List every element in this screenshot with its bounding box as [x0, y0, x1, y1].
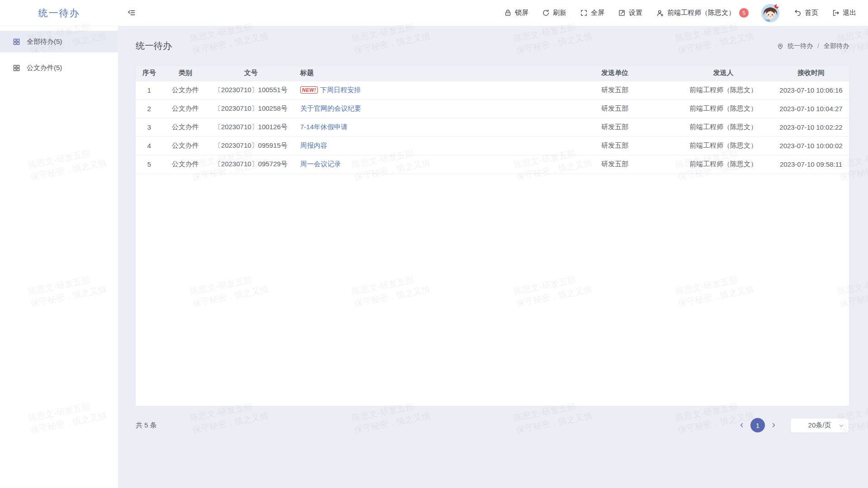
- col-title: 标题: [294, 66, 556, 81]
- cell-title: 周报内容: [294, 136, 556, 155]
- main-content: 统一待办 统一待办 / 全部待办 序号 类别 文号: [118, 26, 868, 488]
- cell-title: 周一会议记录: [294, 155, 556, 174]
- fullscreen-icon: [580, 9, 588, 17]
- cell-doc-no: 〔20230710〕100126号: [208, 118, 294, 136]
- fullscreen-button[interactable]: 全屏: [580, 9, 604, 17]
- refresh-icon: [542, 9, 550, 17]
- cell-title: 关于官网的会议纪要: [294, 99, 556, 118]
- cell-seq: 5: [136, 155, 163, 174]
- col-seq: 序号: [136, 66, 163, 81]
- cell-received: 2023-07-10 10:00:02: [773, 136, 849, 155]
- todo-table-card: 序号 类别 文号 标题 发送单位 发送人 接收时间 1 公文办件 〔202307…: [136, 66, 849, 406]
- home-label: 首页: [805, 9, 818, 17]
- cell-category: 公文办件: [163, 118, 208, 136]
- logo-area: 统一待办: [0, 7, 118, 19]
- lock-icon: [504, 9, 512, 17]
- cell-category: 公文办件: [163, 136, 208, 155]
- page-header-row: 统一待办 统一待办 / 全部待办: [136, 26, 849, 66]
- col-category: 类别: [163, 66, 208, 81]
- sidebar-item-all-todo[interactable]: 全部待办(5): [0, 31, 118, 52]
- table-row: 2 公文办件 〔20230710〕100258号 关于官网的会议纪要 研发五部 …: [136, 99, 849, 118]
- breadcrumb-current: 全部待办: [824, 42, 849, 50]
- refresh-label: 刷新: [553, 9, 566, 17]
- breadcrumb-separator: /: [817, 42, 819, 50]
- lock-screen-label: 锁屏: [515, 9, 528, 17]
- next-page-button[interactable]: [768, 422, 779, 428]
- doc-title-link[interactable]: 7-14年休假申请: [300, 123, 348, 131]
- cell-unit: 研发五部: [556, 155, 674, 174]
- cell-unit: 研发五部: [556, 81, 674, 99]
- col-sender: 发送人: [674, 66, 773, 81]
- table-row: 4 公文办件 〔20230710〕095915号 周报内容 研发五部 前端工程师…: [136, 136, 849, 155]
- current-page-button[interactable]: 1: [750, 418, 765, 432]
- app-header: 统一待办 锁屏: [0, 0, 868, 26]
- user-icon: [656, 9, 664, 17]
- cell-received: 2023-07-10 09:58:11: [773, 155, 849, 174]
- prev-page-button[interactable]: [736, 422, 748, 428]
- page-title: 统一待办: [136, 40, 172, 52]
- doc-title-link[interactable]: 周报内容: [300, 141, 327, 149]
- cell-doc-no: 〔20230710〕100258号: [208, 99, 294, 118]
- table-header-row: 序号 类别 文号 标题 发送单位 发送人 接收时间: [136, 66, 849, 81]
- cell-received: 2023-07-10 10:02:22: [773, 118, 849, 136]
- breadcrumb-root[interactable]: 统一待办: [788, 42, 813, 50]
- doc-title-link[interactable]: 周一会议记录: [300, 160, 341, 168]
- cell-received: 2023-07-10 10:06:16: [773, 81, 849, 99]
- current-user-button[interactable]: 前端工程师（陈思文） 5: [656, 8, 749, 18]
- todo-table: 序号 类别 文号 标题 发送单位 发送人 接收时间 1 公文办件 〔202307…: [136, 66, 849, 174]
- table-row: 3 公文办件 〔20230710〕100126号 7-14年休假申请 研发五部 …: [136, 118, 849, 136]
- cell-doc-no: 〔20230710〕100551号: [208, 81, 294, 99]
- cell-doc-no: 〔20230710〕095729号: [208, 155, 294, 174]
- cell-doc-no: 〔20230710〕095915号: [208, 136, 294, 155]
- lock-screen-button[interactable]: 锁屏: [504, 9, 528, 17]
- user-name-label: 前端工程师（陈思文）: [667, 9, 735, 17]
- table-row: 5 公文办件 〔20230710〕095729号 周一会议记录 研发五部 前端工…: [136, 155, 849, 174]
- cell-sender: 前端工程师（陈思文）: [674, 118, 773, 136]
- cell-category: 公文办件: [163, 81, 208, 99]
- cell-title: 7-14年休假申请: [294, 118, 556, 136]
- col-doc-no: 文号: [208, 66, 294, 81]
- chevron-down-icon: [838, 422, 844, 429]
- doc-title-link[interactable]: 关于官网的会议纪要: [300, 104, 361, 112]
- grid-icon: [13, 64, 20, 72]
- cell-unit: 研发五部: [556, 118, 674, 136]
- page-size-select[interactable]: 20条/页: [790, 418, 849, 433]
- sidebar-item-document-todo[interactable]: 公文办件(5): [0, 57, 118, 79]
- cell-unit: 研发五部: [556, 99, 674, 118]
- sidebar-item-label: 全部待办(5): [27, 38, 62, 46]
- doc-title-link[interactable]: 下周日程安排: [320, 86, 361, 94]
- refresh-button[interactable]: 刷新: [542, 9, 566, 17]
- sidebar-fold-icon[interactable]: [127, 9, 136, 17]
- cell-category: 公文办件: [163, 155, 208, 174]
- table-row: 1 公文办件 〔20230710〕100551号 NEW!下周日程安排 研发五部…: [136, 81, 849, 99]
- logout-button[interactable]: 退出: [832, 9, 856, 17]
- col-received: 接收时间: [773, 66, 849, 81]
- app-logo: 统一待办: [38, 7, 80, 19]
- cell-sender: 前端工程师（陈思文）: [674, 155, 773, 174]
- cell-seq: 4: [136, 136, 163, 155]
- fullscreen-label: 全屏: [591, 9, 604, 17]
- cell-category: 公文办件: [163, 99, 208, 118]
- logout-icon: [832, 9, 840, 17]
- user-avatar[interactable]: [760, 3, 780, 23]
- cell-sender: 前端工程师（陈思文）: [674, 136, 773, 155]
- pagination-bar: 共 5 条 1 20条/页: [136, 406, 849, 445]
- total-count: 共 5 条: [136, 421, 157, 430]
- sidebar: 全部待办(5) 公文办件(5): [0, 26, 118, 488]
- cell-sender: 前端工程师（陈思文）: [674, 81, 773, 99]
- col-unit: 发送单位: [556, 66, 674, 81]
- cell-sender: 前端工程师（陈思文）: [674, 99, 773, 118]
- breadcrumb: 统一待办 / 全部待办: [777, 42, 849, 50]
- home-button[interactable]: 首页: [794, 9, 818, 17]
- settings-icon: [618, 9, 626, 17]
- logout-label: 退出: [843, 9, 856, 17]
- home-return-icon: [794, 9, 802, 17]
- location-pin-icon: [777, 42, 784, 50]
- cell-unit: 研发五部: [556, 136, 674, 155]
- todo-count-badge: 5: [739, 8, 749, 18]
- header-toolbar: 锁屏 刷新 全屏: [491, 3, 868, 23]
- page-size-value: 20条/页: [808, 421, 831, 430]
- new-badge: NEW!: [300, 86, 318, 94]
- settings-button[interactable]: 设置: [618, 9, 642, 17]
- cell-seq: 2: [136, 99, 163, 118]
